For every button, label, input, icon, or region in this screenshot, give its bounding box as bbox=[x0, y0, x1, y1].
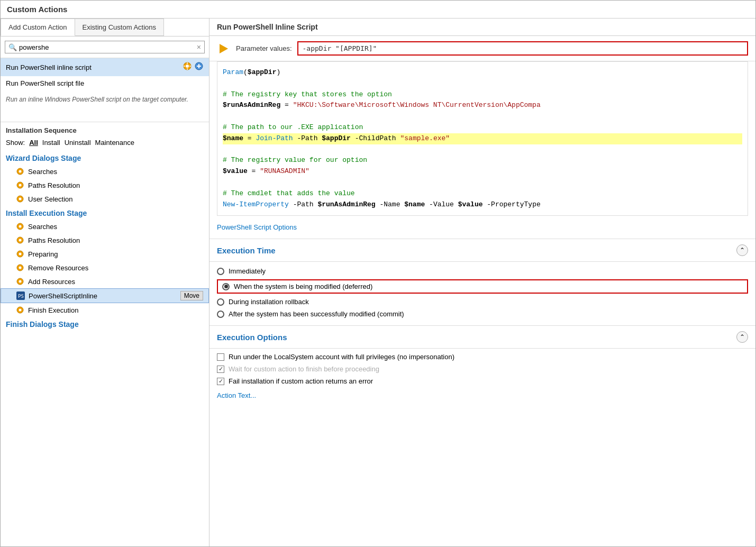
seq-label-finish-exec: Finish Execution bbox=[28, 306, 204, 314]
seq-item-paths2[interactable]: Paths Resolution bbox=[1, 233, 209, 247]
radio-rollback[interactable]: During installation rollback bbox=[217, 298, 748, 306]
svg-text:PS: PS bbox=[18, 294, 24, 299]
execution-options-title: Execution Options bbox=[217, 333, 287, 342]
code-line-blank1 bbox=[223, 78, 742, 89]
result-item-file[interactable]: Run PowerShell script file bbox=[1, 76, 209, 90]
radio-deferred[interactable]: When the system is being modified (defer… bbox=[217, 279, 748, 294]
checkmark-wait-finish: ✓ bbox=[218, 366, 223, 372]
svg-point-16 bbox=[19, 267, 22, 269]
content-area: Add Custom Action Existing Custom Action… bbox=[1, 19, 755, 546]
code-editor[interactable]: Param($appDir) # The registry key that s… bbox=[217, 61, 748, 216]
add-action-icon[interactable] bbox=[194, 61, 204, 73]
checkbox-wait-finish[interactable]: ✓ Wait for custom action to finish befor… bbox=[217, 365, 748, 373]
checkbox-box-fail-error: ✓ bbox=[217, 378, 224, 385]
gear-icon-add-res bbox=[15, 277, 25, 286]
description-text: Run an inline Windows PowerShell script … bbox=[6, 96, 188, 103]
title-bar: Custom Actions bbox=[1, 1, 755, 19]
filter-maintenance[interactable]: Maintenance bbox=[95, 139, 134, 147]
gear-icon-paths2 bbox=[15, 235, 25, 245]
search-icon: 🔍 bbox=[8, 43, 17, 51]
svg-point-22 bbox=[19, 309, 22, 312]
svg-point-10 bbox=[19, 225, 22, 228]
result-item-inline[interactable]: Run PowerShell inline script bbox=[1, 58, 209, 76]
radio-label-deferred: When the system is being modified (defer… bbox=[234, 282, 372, 290]
show-label: Show: bbox=[6, 139, 25, 147]
svg-point-8 bbox=[19, 198, 22, 200]
seq-item-paths1[interactable]: Paths Resolution bbox=[1, 178, 209, 192]
tab-add-custom-action[interactable]: Add Custom Action bbox=[1, 19, 75, 36]
search-input[interactable] bbox=[19, 43, 197, 51]
radio-label-rollback: During installation rollback bbox=[229, 298, 309, 306]
execution-time-section-header: Execution Time ⌃ bbox=[210, 239, 755, 262]
move-button[interactable]: Move bbox=[180, 291, 203, 300]
execution-options-section-header: Execution Options ⌃ bbox=[210, 325, 755, 349]
checkmark-fail-error: ✓ bbox=[218, 378, 223, 385]
code-line-3: $runAsAdminReg = "HKCU:\Software\Microso… bbox=[223, 100, 742, 111]
gear-icon-searches2 bbox=[15, 222, 25, 231]
search-box-container: 🔍 × bbox=[5, 41, 205, 53]
show-filter-row: Show: All Install Uninstall Maintenance bbox=[1, 136, 209, 151]
checkbox-label-fail-error: Fail installation if custom action retur… bbox=[229, 377, 373, 385]
seq-item-finish-execution[interactable]: Finish Execution bbox=[1, 303, 209, 317]
checkbox-box-wait-finish: ✓ bbox=[217, 366, 224, 373]
param-value-input[interactable]: -appDir "[APPDIR]" bbox=[297, 41, 749, 56]
svg-point-1 bbox=[186, 65, 189, 68]
description-area: Run an inline Windows PowerShell script … bbox=[1, 90, 209, 122]
svg-point-4 bbox=[19, 170, 22, 173]
filter-all[interactable]: All bbox=[29, 139, 38, 147]
tabs-row: Add Custom Action Existing Custom Action… bbox=[1, 19, 209, 37]
seq-item-remove-resources[interactable]: Remove Resources bbox=[1, 261, 209, 275]
seq-label-ps-inline: PowerShellScriptInline bbox=[29, 292, 180, 300]
execution-options-checkboxes: Run under the LocalSystem account with f… bbox=[210, 349, 755, 389]
svg-point-6 bbox=[19, 184, 22, 187]
filter-uninstall[interactable]: Uninstall bbox=[65, 139, 91, 147]
sequence-section: Installation Sequence Show: All Install … bbox=[1, 122, 209, 546]
configure-icon[interactable] bbox=[183, 61, 192, 73]
code-line-highlight: $name = Join-Path -Path $appDir -ChildPa… bbox=[223, 133, 742, 144]
right-panel: Run PowerShell Inline Script Parameter v… bbox=[210, 19, 755, 546]
parameter-row: Parameter values: -appDir "[APPDIR]" bbox=[210, 36, 755, 61]
seq-label-searches1: Searches bbox=[28, 168, 204, 176]
code-line-blank2 bbox=[223, 111, 742, 122]
ps-icon-inline: PS bbox=[16, 291, 25, 300]
gear-icon-finish-exec bbox=[15, 305, 25, 315]
svg-point-18 bbox=[19, 280, 22, 283]
play-triangle-icon bbox=[220, 44, 228, 53]
window-title: Custom Actions bbox=[7, 5, 67, 14]
powershell-script-options-link[interactable]: PowerShell Script Options bbox=[210, 221, 755, 236]
execution-options-collapse-button[interactable]: ⌃ bbox=[736, 331, 748, 343]
wizard-dialogs-stage-title: Wizard Dialogs Stage bbox=[1, 151, 209, 165]
radio-dot-deferred bbox=[224, 285, 228, 288]
radio-commit[interactable]: After the system has been successfully m… bbox=[217, 310, 748, 318]
seq-label-remove-res: Remove Resources bbox=[28, 264, 204, 272]
seq-label-paths2: Paths Resolution bbox=[28, 236, 204, 244]
execution-time-collapse-button[interactable]: ⌃ bbox=[736, 244, 748, 256]
result-item-icons bbox=[183, 61, 204, 73]
checkbox-local-system[interactable]: Run under the LocalSystem account with f… bbox=[217, 353, 748, 361]
radio-label-immediately: Immediately bbox=[229, 267, 266, 275]
code-line-comment4: # The cmdlet that adds the value bbox=[223, 188, 742, 199]
tab-existing-custom-actions[interactable]: Existing Custom Actions bbox=[75, 19, 164, 36]
seq-item-user-selection[interactable]: User Selection bbox=[1, 192, 209, 206]
play-button[interactable] bbox=[217, 42, 231, 56]
radio-immediately[interactable]: Immediately bbox=[217, 267, 748, 275]
seq-item-searches1[interactable]: Searches bbox=[1, 165, 209, 178]
code-line-5: $value = "RUNASADMIN" bbox=[223, 166, 742, 177]
main-window: Custom Actions Add Custom Action Existin… bbox=[0, 0, 756, 547]
filter-install[interactable]: Install bbox=[42, 139, 60, 147]
gear-icon-searches1 bbox=[15, 167, 25, 176]
code-line-comment1: # The registry key that stores the optio… bbox=[223, 89, 742, 101]
action-text-link[interactable]: Action Text... bbox=[210, 389, 755, 402]
sequence-title: Installation Sequence bbox=[1, 122, 209, 136]
checkbox-fail-error[interactable]: ✓ Fail installation if custom action ret… bbox=[217, 377, 748, 385]
seq-item-searches2[interactable]: Searches bbox=[1, 220, 209, 233]
checkbox-label-wait-finish: Wait for custom action to finish before … bbox=[229, 365, 379, 373]
seq-item-preparing[interactable]: Preparing bbox=[1, 247, 209, 261]
seq-item-add-resources[interactable]: Add Resources bbox=[1, 275, 209, 288]
code-line-blank3 bbox=[223, 144, 742, 156]
gear-icon-remove-res bbox=[15, 263, 25, 272]
seq-item-ps-inline[interactable]: PS PowerShellScriptInline Move bbox=[1, 288, 209, 303]
search-clear-button[interactable]: × bbox=[197, 43, 201, 51]
radio-circle-immediately bbox=[217, 268, 224, 275]
finish-dialogs-stage-title: Finish Dialogs Stage bbox=[1, 317, 209, 331]
